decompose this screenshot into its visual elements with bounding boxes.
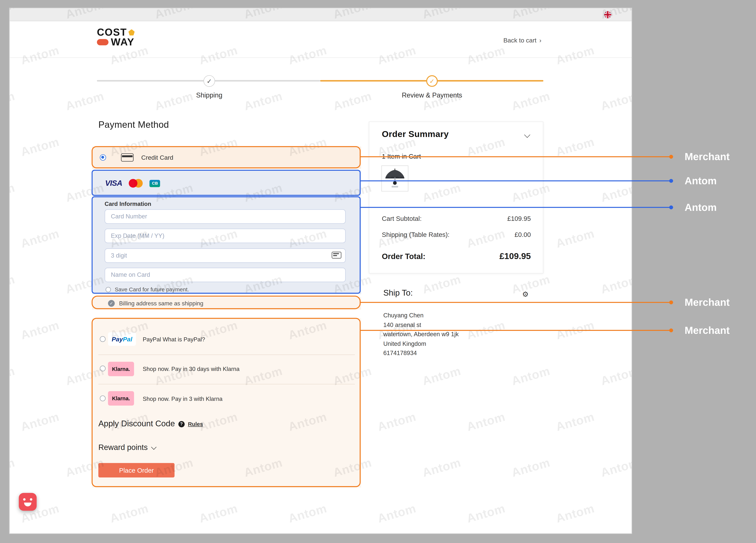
order-summary-card: Order Summary 1 Item in Cart Cart Subtot… xyxy=(369,121,543,274)
cart-subtotal-row: Cart Subtotal: £109.95 xyxy=(382,215,531,222)
cart-subtotal-label: Cart Subtotal: xyxy=(382,215,422,222)
save-card-radio[interactable] xyxy=(106,287,111,292)
annotation-label-merchant-1: Merchant xyxy=(685,151,730,163)
save-card-label: Save Card for future payment. xyxy=(115,287,189,292)
credit-card-option[interactable]: Credit Card xyxy=(92,147,361,169)
header-divider xyxy=(10,57,632,58)
uk-flag-icon[interactable] xyxy=(604,11,611,18)
cart-subtotal-value: £109.95 xyxy=(507,215,531,222)
logo-text-cost: COST xyxy=(97,27,127,37)
chat-face-eye xyxy=(30,498,32,501)
reward-points-toggle[interactable]: Reward points xyxy=(98,443,156,452)
costway-logo[interactable]: COST WAY xyxy=(97,27,135,47)
paypal-logo: PayPal xyxy=(108,332,136,346)
chevron-right-icon: › xyxy=(539,37,541,44)
items-in-cart-label: 1 Item in Cart xyxy=(382,153,421,160)
name-on-card-input[interactable] xyxy=(105,268,346,282)
logo-line-2: WAY xyxy=(97,37,135,47)
shipping-address: Chuyang Chen 140 arsenal st watertown, A… xyxy=(383,311,459,358)
address-line: Chuyang Chen xyxy=(383,311,459,321)
watermark-text: Antom xyxy=(19,410,61,434)
shipping-value: £0.00 xyxy=(515,231,531,238)
annotation-label-merchant-3: Merchant xyxy=(685,325,730,336)
watermark-text: Antom xyxy=(10,272,16,297)
order-summary-collapse-icon[interactable] xyxy=(524,132,530,138)
watermark-text: Antom xyxy=(287,501,328,526)
step-label-shipping[interactable]: Shipping xyxy=(196,91,222,99)
cb-logo: CB xyxy=(150,180,160,187)
klarna-pay-in-3-label: Shop now. Pay in 3 with Klarna xyxy=(143,396,222,402)
klarna-logo: Klarna. xyxy=(108,391,134,406)
watermark-text: Antom xyxy=(197,43,239,67)
watermark-text: Antom xyxy=(510,272,552,297)
watermark-text: Antom xyxy=(421,364,462,388)
address-line: United Kingdom xyxy=(383,339,459,349)
watermark-text: Antom xyxy=(554,135,596,159)
annotation-label-merchant-2: Merchant xyxy=(685,297,730,308)
address-line: 140 arsenal st xyxy=(383,321,459,330)
annotation-label-antom-1: Antom xyxy=(685,175,717,187)
annotation-dot xyxy=(669,329,673,332)
klarna-30-days-radio[interactable] xyxy=(100,366,106,371)
logo-pill-icon xyxy=(97,39,109,45)
chat-face-eye xyxy=(23,498,25,501)
watermark-text: Antom xyxy=(465,318,507,342)
watermark-text: Antom xyxy=(197,501,239,526)
billing-checkbox-checked-icon[interactable]: ✓ xyxy=(108,300,115,307)
watermark-text: Antom xyxy=(108,501,150,526)
annotation-dot xyxy=(669,179,673,183)
watermark-text: Antom xyxy=(287,43,328,67)
watermark-text: Antom xyxy=(510,456,552,480)
watermark-text: Antom xyxy=(599,364,632,388)
klarna-pay-in-3-radio[interactable] xyxy=(100,396,106,401)
watermark-text: Antom xyxy=(599,89,632,113)
shipping-label: Shipping (Table Rates): xyxy=(382,231,450,238)
billing-same-as-shipping-row[interactable]: ✓ Billing address same as shipping xyxy=(92,297,361,310)
watermark-text: Antom xyxy=(554,410,596,434)
cvc-card-icon xyxy=(332,252,341,259)
address-line: watertown, Aberdeen w9 1jk xyxy=(383,330,459,339)
watermark-text: Antom xyxy=(10,180,16,205)
watermark-text: Antom xyxy=(10,89,16,113)
annotation-label-antom-2: Antom xyxy=(685,201,717,213)
logo-text-way: WAY xyxy=(111,37,135,47)
card-brands-panel: VISA CB xyxy=(92,170,361,196)
watermark-text: Antom xyxy=(510,364,552,388)
save-card-row[interactable]: Save Card for future payment. xyxy=(106,287,189,292)
apply-discount-title[interactable]: Apply Discount Code xyxy=(98,419,175,429)
chat-widget-button[interactable] xyxy=(19,493,37,511)
logo-line-1: COST xyxy=(97,27,135,37)
paypal-radio[interactable] xyxy=(100,336,106,342)
watermark-text: Antom xyxy=(376,501,417,526)
annotation-dot xyxy=(669,155,673,159)
help-icon[interactable]: ? xyxy=(178,421,185,427)
screenshot-stage: AntomAntomAntomAntomAntomAntomAntomAntom… xyxy=(0,0,756,543)
order-total-label: Order Total: xyxy=(382,252,425,261)
payment-method-title: Payment Method xyxy=(98,120,169,130)
shipping-step-check-icon[interactable]: ✓ xyxy=(203,75,215,87)
annotation-dot xyxy=(669,301,673,304)
address-line: 6174178934 xyxy=(383,349,459,358)
paypal-option-label[interactable]: PayPal What is PayPal? xyxy=(143,336,205,343)
review-step-check-icon[interactable]: ✓ xyxy=(426,75,438,87)
order-summary-title: Order Summary xyxy=(382,129,449,139)
product-thumbnail[interactable] xyxy=(381,165,408,191)
option-divider xyxy=(98,384,355,384)
rules-link[interactable]: Rules xyxy=(188,421,203,427)
back-to-cart-link[interactable]: Back to cart› xyxy=(503,37,541,44)
credit-card-label: Credit Card xyxy=(141,154,173,161)
watermark-text: Antom xyxy=(554,318,596,342)
watermark-text: Antom xyxy=(554,226,596,251)
place-order-button[interactable]: Place Order xyxy=(98,463,175,477)
credit-card-radio[interactable] xyxy=(100,154,106,161)
credit-card-icon xyxy=(121,153,134,161)
order-total-row: Order Total: £109.95 xyxy=(382,251,531,261)
watermark-text: Antom xyxy=(376,43,417,67)
cvc-input[interactable] xyxy=(105,248,346,263)
gear-icon[interactable]: ⚙ xyxy=(522,290,529,299)
step-label-review-payments: Review & Payments xyxy=(402,91,462,99)
exp-date-input[interactable] xyxy=(105,228,346,243)
shipping-row: Shipping (Table Rates): £0.00 xyxy=(382,231,531,238)
card-number-input[interactable] xyxy=(105,209,346,224)
apply-discount-row: Apply Discount Code ? Rules xyxy=(98,419,203,429)
